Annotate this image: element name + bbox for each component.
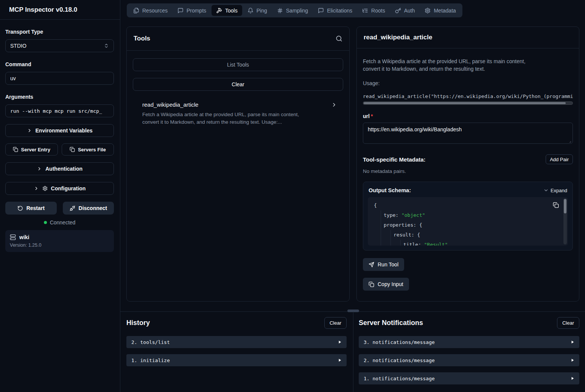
expand-schema-button[interactable]: Expand: [543, 188, 567, 193]
expand-label: Expand: [551, 188, 567, 193]
command-label: Command: [5, 61, 114, 67]
indent-guide: [374, 240, 384, 246]
tool-detail-panel: read_wikipedia_article Fetch a Wikipedia…: [356, 26, 579, 302]
chevron-down-icon: [543, 188, 549, 193]
environment-variables-button[interactable]: Environment Variables: [5, 124, 114, 137]
schema-code-line: {: [374, 201, 562, 210]
notification-row[interactable]: 2. notifications/message: [359, 354, 579, 366]
history-rows: 2. tools/list1. initialize: [126, 336, 347, 366]
notification-row[interactable]: 1. notifications/message: [359, 372, 579, 384]
files-icon: [133, 8, 139, 14]
tab-tools[interactable]: Tools: [212, 5, 242, 16]
tab-sampling[interactable]: Sampling: [272, 5, 313, 16]
no-metadata-text: No metadata pairs.: [363, 168, 573, 174]
tools-panel-title: Tools: [134, 35, 150, 42]
schema-code-block: {type: "object"properties: {result: {tit…: [368, 197, 568, 246]
restart-button[interactable]: Restart: [5, 202, 57, 215]
status-label: Connected: [50, 219, 76, 226]
code-key-token: {: [374, 201, 377, 210]
copy-input-label: Copy Input: [378, 281, 403, 287]
server-notifications-section: Server Notifications Clear 3. notificati…: [359, 317, 579, 384]
row-label: 1. initialize: [131, 358, 170, 363]
row-label: 1. notifications/message: [364, 376, 435, 381]
tools-panel: Tools List Tools Clear read_wikipedia_ar…: [126, 26, 350, 302]
gear-icon: [425, 8, 431, 14]
search-icon: [336, 35, 342, 42]
clear-tools-button[interactable]: Clear: [133, 78, 343, 91]
url-input[interactable]: https://en.wikipedia.org/wiki/Bangladesh: [363, 123, 573, 144]
disconnect-label: Disconnect: [79, 205, 107, 211]
code-key-token: properties: {: [384, 220, 422, 230]
indent-guide: [384, 230, 394, 240]
server-name: wiki: [19, 234, 29, 240]
chevron-right-icon: [37, 166, 42, 171]
copy-icon: [369, 282, 374, 287]
history-title: History: [126, 319, 150, 327]
history-row[interactable]: 1. initialize: [126, 354, 347, 366]
tab-label: Metadata: [434, 8, 456, 14]
message-square-icon: [177, 8, 184, 14]
schema-vertical-scrollbar[interactable]: [563, 198, 567, 244]
servers-file-button[interactable]: Servers File: [62, 143, 114, 156]
tab-elicitations[interactable]: Elicitations: [313, 5, 357, 16]
copy-input-button[interactable]: Copy Input: [363, 278, 409, 291]
configuration-button[interactable]: Configuration: [5, 182, 114, 195]
add-pair-button[interactable]: Add Pair: [546, 154, 573, 164]
tool-list-item[interactable]: read_wikipedia_articleFetch a Wikipedia …: [133, 101, 343, 126]
transport-type-value: STDIO: [10, 43, 26, 49]
sidebar: MCP Inspector v0.18.0 Transport Type STD…: [0, 0, 120, 392]
hammer-icon: [216, 8, 222, 14]
tool-description: Fetch a Wikipedia article at the provide…: [142, 111, 337, 126]
usage-horizontal-scrollbar[interactable]: [363, 101, 573, 105]
tab-roots[interactable]: Roots: [358, 5, 390, 16]
clear-notifications-button[interactable]: Clear: [557, 317, 579, 329]
copy-schema-button[interactable]: [553, 202, 559, 208]
clear-history-button[interactable]: Clear: [324, 317, 347, 329]
authentication-button[interactable]: Authentication: [5, 162, 114, 175]
transport-type-label: Transport Type: [5, 29, 114, 35]
scrollbar-thumb[interactable]: [564, 199, 566, 213]
transport-type-select[interactable]: STDIO: [5, 39, 114, 52]
history-row[interactable]: 2. tools/list: [126, 336, 347, 348]
run-tool-label: Run Tool: [378, 261, 398, 268]
search-button[interactable]: [336, 35, 342, 42]
row-label: 2. tools/list: [131, 339, 170, 345]
server-icon: [10, 234, 16, 240]
arguments-input[interactable]: run --with mcp mcp run src/mcp_: [5, 104, 114, 117]
command-input[interactable]: uv: [5, 72, 114, 85]
tab-prompts[interactable]: Prompts: [173, 5, 211, 16]
sidebar-body: Transport Type STDIO Command uv Argument…: [0, 29, 120, 252]
tool-list: read_wikipedia_articleFetch a Wikipedia …: [133, 101, 343, 126]
tab-metadata[interactable]: Metadata: [420, 5, 460, 16]
run-tool-button[interactable]: Run Tool: [363, 258, 404, 271]
list-tools-button[interactable]: List Tools: [133, 58, 343, 71]
bell-icon: [247, 8, 254, 14]
code-key-token: title:: [403, 240, 424, 246]
indent-guide: [374, 220, 384, 230]
tab-label: Resources: [142, 8, 168, 14]
tab-resources[interactable]: Resources: [129, 5, 172, 16]
schema-code-line: result: {: [374, 230, 562, 240]
tool-description: Fetch a Wikipedia article at the provide…: [363, 58, 573, 73]
play-icon: [571, 340, 574, 344]
metadata-label: Tool-specific Metadata:: [363, 156, 426, 163]
server-entry-button[interactable]: Server Entry: [5, 143, 58, 156]
usage-label: Usage:: [363, 80, 573, 86]
tab-auth[interactable]: Auth: [391, 5, 420, 16]
scrollbar-thumb[interactable]: [364, 102, 566, 104]
main-area: ResourcesPromptsToolsPingSamplingElicita…: [120, 0, 585, 392]
disconnect-button[interactable]: Disconnect: [63, 202, 114, 215]
message-square-icon: [318, 8, 324, 14]
tab-label: Sampling: [286, 8, 308, 14]
row-label: 3. notifications/message: [364, 339, 435, 345]
unplug-icon: [70, 205, 75, 211]
notification-row[interactable]: 3. notifications/message: [359, 336, 579, 348]
gear-icon: [42, 186, 48, 191]
servers-file-label: Servers File: [78, 147, 106, 152]
detail-panel-title: read_wikipedia_article: [364, 34, 432, 41]
tab-ping[interactable]: Ping: [243, 5, 272, 16]
resize-handle-icon[interactable]: [568, 139, 571, 143]
detail-panel-body: Fetch a Wikipedia article at the provide…: [357, 58, 579, 291]
arguments-label: Arguments: [5, 94, 114, 100]
send-icon: [369, 262, 374, 268]
